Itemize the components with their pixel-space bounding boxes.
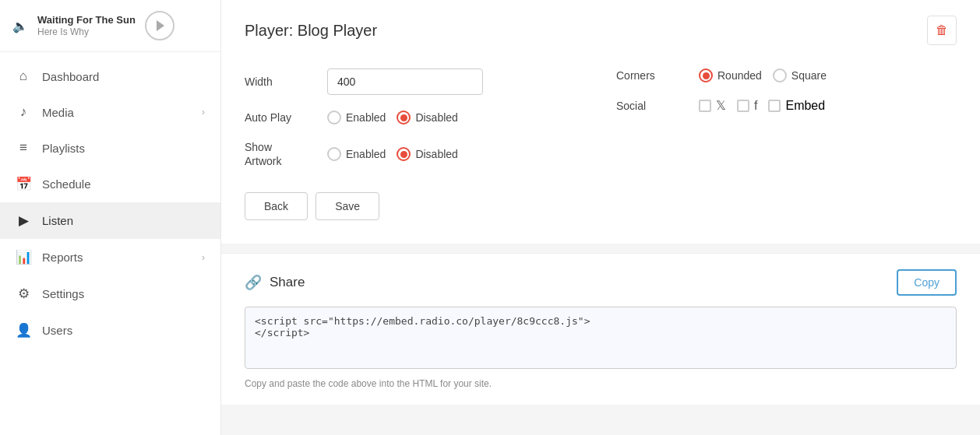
now-playing-title: Waiting For The Sun bbox=[37, 14, 136, 27]
width-label: Width bbox=[245, 75, 315, 89]
settings-grid: Width Auto Play Enabled Disabled bbox=[245, 61, 957, 177]
now-playing-subtitle: Here Is Why bbox=[37, 26, 136, 37]
sidebar-item-label: Media bbox=[42, 106, 191, 119]
artwork-disabled-option[interactable]: Disabled bbox=[397, 147, 457, 161]
autoplay-disabled-radio[interactable] bbox=[397, 111, 411, 125]
page-title: Player: Blog Player bbox=[245, 22, 377, 40]
chevron-right-icon: › bbox=[202, 252, 205, 263]
social-embed-checkbox[interactable] bbox=[768, 100, 781, 112]
speaker-icon: 🔈 bbox=[12, 19, 28, 33]
chevron-right-icon: › bbox=[202, 107, 205, 118]
sidebar-item-reports[interactable]: 📊 Reports › bbox=[0, 239, 220, 275]
corners-setting: Corners Rounded Square bbox=[616, 61, 957, 90]
sidebar-item-listen[interactable]: ▶ Listen bbox=[0, 202, 220, 239]
social-controls: 𝕏 f Embed bbox=[699, 98, 825, 113]
show-artwork-setting: ShowArtwork Enabled Disabled bbox=[245, 132, 585, 176]
person-icon: 👤 bbox=[16, 322, 31, 339]
sidebar-item-settings[interactable]: ⚙ Settings bbox=[0, 275, 220, 312]
share-header: 🔗 Share Copy bbox=[245, 269, 957, 296]
corners-label: Corners bbox=[616, 68, 686, 82]
social-twitter-option[interactable]: 𝕏 bbox=[699, 98, 726, 113]
delete-button[interactable]: 🗑 bbox=[927, 16, 957, 45]
artwork-disabled-label: Disabled bbox=[415, 148, 457, 160]
autoplay-setting: Auto Play Enabled Disabled bbox=[245, 103, 585, 132]
social-embed-label: Embed bbox=[785, 99, 825, 113]
player-header: Player: Blog Player 🗑 bbox=[245, 16, 957, 45]
sidebar-item-label: Playlists bbox=[42, 142, 205, 155]
social-twitter-checkbox[interactable] bbox=[699, 100, 711, 112]
autoplay-enabled-radio[interactable] bbox=[327, 111, 341, 125]
sidebar-item-label: Users bbox=[42, 324, 205, 337]
sidebar-item-label: Settings bbox=[42, 287, 205, 300]
house-icon: ⌂ bbox=[16, 68, 31, 84]
main-content: Player: Blog Player 🗑 Width Auto Play bbox=[221, 0, 980, 435]
player-panel: Player: Blog Player 🗑 Width Auto Play bbox=[221, 0, 980, 244]
back-button[interactable]: Back bbox=[245, 192, 308, 220]
corners-controls: Rounded Square bbox=[699, 68, 827, 82]
social-facebook-option[interactable]: f bbox=[737, 99, 757, 113]
social-setting: Social 𝕏 f Embed bbox=[616, 90, 957, 121]
form-actions: Back Save bbox=[245, 192, 957, 220]
svg-marker-0 bbox=[157, 20, 164, 31]
calendar-icon: 📅 bbox=[16, 176, 31, 192]
play-button[interactable] bbox=[145, 11, 174, 40]
share-title-text: Share bbox=[270, 275, 305, 290]
corners-square-option[interactable]: Square bbox=[773, 68, 827, 82]
sidebar-item-label: Schedule bbox=[42, 177, 205, 191]
now-playing-bar: 🔈 Waiting For The Sun Here Is Why bbox=[0, 0, 220, 52]
autoplay-disabled-option[interactable]: Disabled bbox=[397, 111, 457, 125]
share-panel: 🔗 Share Copy <script src="https://embed.… bbox=[221, 253, 980, 405]
copy-button[interactable]: Copy bbox=[897, 269, 957, 296]
sidebar-item-users[interactable]: 👤 Users bbox=[0, 312, 220, 349]
social-embed-option[interactable]: Embed bbox=[768, 99, 825, 113]
autoplay-disabled-label: Disabled bbox=[415, 111, 457, 124]
artwork-disabled-radio[interactable] bbox=[397, 147, 411, 161]
twitter-icon: 𝕏 bbox=[716, 98, 726, 113]
sidebar-item-dashboard[interactable]: ⌂ Dashboard bbox=[0, 58, 220, 94]
sidebar-item-label: Dashboard bbox=[42, 70, 205, 83]
save-button[interactable]: Save bbox=[316, 192, 379, 220]
now-playing-info: Waiting For The Sun Here Is Why bbox=[37, 14, 136, 38]
artwork-enabled-option[interactable]: Enabled bbox=[327, 147, 386, 161]
embed-code-textarea[interactable]: <script src="https://embed.radio.co/play… bbox=[245, 307, 957, 369]
settings-left-col: Width Auto Play Enabled Disabled bbox=[245, 61, 585, 177]
artwork-enabled-label: Enabled bbox=[346, 148, 386, 160]
sidebar-item-playlists[interactable]: ≡ Playlists bbox=[0, 130, 220, 166]
gear-icon: ⚙ bbox=[16, 286, 31, 302]
share-title: 🔗 Share bbox=[245, 274, 305, 291]
facebook-icon: f bbox=[754, 99, 757, 113]
link-icon: 🔗 bbox=[245, 274, 262, 291]
sidebar-item-label: Listen bbox=[42, 214, 205, 227]
sidebar: 🔈 Waiting For The Sun Here Is Why ⌂ Dash… bbox=[0, 0, 221, 435]
autoplay-enabled-label: Enabled bbox=[346, 111, 386, 124]
social-label: Social bbox=[616, 99, 686, 113]
autoplay-controls: Enabled Disabled bbox=[327, 111, 458, 125]
sidebar-nav: ⌂ Dashboard ♪ Media › ≡ Playlists 📅 Sche… bbox=[0, 52, 220, 435]
play-icon: ▶ bbox=[16, 212, 31, 229]
artwork-enabled-radio[interactable] bbox=[327, 147, 341, 161]
corners-rounded-radio[interactable] bbox=[699, 68, 713, 82]
corners-rounded-label: Rounded bbox=[717, 69, 762, 82]
corners-square-radio[interactable] bbox=[773, 68, 787, 82]
autoplay-label: Auto Play bbox=[245, 111, 315, 125]
embed-hint: Copy and paste the code above into the H… bbox=[245, 378, 957, 389]
show-artwork-controls: Enabled Disabled bbox=[327, 147, 458, 161]
social-facebook-checkbox[interactable] bbox=[737, 100, 749, 112]
width-input[interactable] bbox=[327, 68, 483, 95]
bar-chart-icon: 📊 bbox=[16, 249, 31, 265]
width-setting: Width bbox=[245, 61, 585, 103]
music-icon: ♪ bbox=[16, 104, 31, 120]
sidebar-item-schedule[interactable]: 📅 Schedule bbox=[0, 166, 220, 202]
autoplay-enabled-option[interactable]: Enabled bbox=[327, 111, 386, 125]
list-icon: ≡ bbox=[16, 140, 31, 156]
sidebar-item-media[interactable]: ♪ Media › bbox=[0, 94, 220, 130]
sidebar-item-label: Reports bbox=[42, 251, 191, 264]
show-artwork-label: ShowArtwork bbox=[245, 140, 315, 168]
settings-right-col: Corners Rounded Square Social bbox=[616, 61, 957, 177]
corners-square-label: Square bbox=[791, 69, 827, 82]
corners-rounded-option[interactable]: Rounded bbox=[699, 68, 762, 82]
